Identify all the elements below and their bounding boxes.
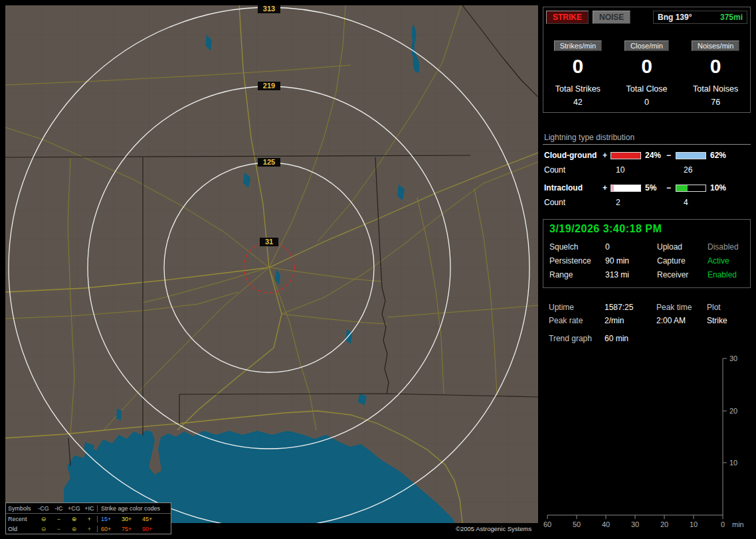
minus-sign: − bbox=[666, 183, 676, 193]
trend-graph: 30 20 10 60 50 40 30 20 10 0 min bbox=[542, 352, 753, 539]
noises-per-min-value: 0 bbox=[710, 55, 721, 78]
svg-text:20: 20 bbox=[660, 520, 668, 528]
persistence-label: Persistence bbox=[549, 256, 605, 266]
intracloud-row: Intracloud + 5% − 10% bbox=[543, 181, 751, 195]
svg-text:10: 10 bbox=[690, 520, 698, 528]
total-strikes-value: 42 bbox=[573, 98, 583, 107]
legend-col-pos-cg: +CG bbox=[66, 505, 82, 512]
range-label-125: 125 bbox=[263, 158, 275, 166]
peak-time-label: Peak time bbox=[656, 303, 707, 312]
cg-plus-percent: 24% bbox=[644, 151, 666, 160]
legend-recent-label: Recent bbox=[8, 516, 36, 522]
legend-old-label: Old bbox=[8, 526, 36, 532]
upload-label: Upload bbox=[657, 242, 708, 252]
pos-ic-icon: + bbox=[82, 526, 97, 532]
noise-button[interactable]: NOISE bbox=[593, 11, 630, 24]
storm-map[interactable]: 313 219 125 31 bbox=[5, 5, 538, 523]
svg-text:50: 50 bbox=[573, 520, 581, 528]
peak-rate-label: Peak rate bbox=[549, 316, 605, 325]
svg-text:0: 0 bbox=[721, 520, 725, 528]
age-code: 45+ bbox=[142, 516, 163, 522]
legend-age-header: Strike age color codes bbox=[97, 505, 169, 512]
intracloud-label: Intracloud bbox=[543, 183, 603, 193]
squelch-value: 0 bbox=[605, 242, 657, 252]
rate-label-row: Strikes/min Close/min Noises/min bbox=[543, 40, 750, 51]
close-per-min-value: 0 bbox=[641, 55, 652, 78]
rate-value-row: 0 0 0 bbox=[543, 55, 750, 78]
trend-axes bbox=[547, 358, 723, 515]
count-label: Count bbox=[543, 165, 603, 175]
plot-label: Plot bbox=[707, 303, 745, 312]
legend-old-ages: 60+ 75+ 90+ bbox=[97, 526, 169, 532]
svg-text:20: 20 bbox=[729, 407, 737, 415]
total-close-label: Total Close bbox=[626, 84, 668, 94]
copyright-text: ©2005 Astrogenic Systems bbox=[456, 525, 531, 532]
intracloud-count-row: Count 2 4 bbox=[543, 195, 751, 210]
range-value: 313 mi bbox=[605, 270, 657, 279]
distribution-header: Lightning type distribution bbox=[543, 133, 751, 145]
legend-symbols-header: Symbols bbox=[8, 505, 36, 512]
age-code: 60+ bbox=[101, 526, 122, 532]
cg-minus-bar bbox=[676, 152, 706, 159]
legend-header-row: Symbols -CG -IC +CG +IC Strike age color… bbox=[6, 503, 171, 514]
total-label-row: Total Strikes Total Close Total Noises bbox=[543, 84, 750, 94]
total-noises-value: 76 bbox=[711, 98, 720, 107]
counters-section: STRIKE NOISE Bng 139° 375mi Strikes/min … bbox=[543, 7, 751, 113]
cg-minus-count: 26 bbox=[669, 165, 692, 175]
cloud-ground-count-row: Count 10 26 bbox=[543, 163, 751, 177]
age-code: 90+ bbox=[142, 526, 163, 532]
capture-status: Active bbox=[708, 256, 744, 266]
noises-per-min-button[interactable]: Noises/min bbox=[692, 40, 739, 51]
strikes-per-min-value: 0 bbox=[572, 55, 583, 78]
legend-recent-row: Recent ⊖ − ⊕ + 15+ 30+ 45+ bbox=[6, 514, 171, 524]
range-label: Range bbox=[549, 270, 605, 279]
legend-recent-ages: 15+ 30+ 45+ bbox=[97, 516, 169, 522]
neg-ic-icon: − bbox=[51, 516, 66, 522]
peak-rate-value: 2/min bbox=[605, 316, 656, 325]
cg-minus-percent: 62% bbox=[709, 151, 731, 160]
plus-sign: + bbox=[603, 183, 611, 193]
age-code: 30+ bbox=[122, 516, 142, 522]
range-label-219: 219 bbox=[263, 82, 275, 90]
stats-section: Uptime 1587:25 Peak time Plot Peak rate … bbox=[543, 303, 751, 343]
legend-col-neg-cg: -CG bbox=[36, 505, 51, 512]
range-label-31: 31 bbox=[265, 238, 273, 246]
cg-plus-count: 10 bbox=[603, 165, 669, 175]
uptime-value: 1587:25 bbox=[605, 303, 656, 312]
neg-ic-icon: − bbox=[51, 526, 66, 532]
bearing-distance: 375mi bbox=[720, 13, 743, 22]
map-legend: Symbols -CG -IC +CG +IC Strike age color… bbox=[5, 502, 171, 534]
status-fields: Squelch 0 Upload Disabled Persistence 90… bbox=[549, 242, 744, 279]
trend-graph-row: Trend graph 60 min bbox=[549, 334, 745, 343]
side-panel: STRIKE NOISE Bng 139° 375mi Strikes/min … bbox=[542, 0, 753, 539]
total-close-value: 0 bbox=[644, 98, 649, 107]
minus-sign: − bbox=[666, 151, 676, 160]
ic-plus-count: 2 bbox=[603, 198, 669, 207]
trend-graph-value: 60 min bbox=[605, 334, 628, 343]
uptime-label: Uptime bbox=[549, 303, 605, 312]
strike-button[interactable]: STRIKE bbox=[546, 11, 589, 24]
range-label-313: 313 bbox=[263, 5, 275, 13]
legend-col-neg-ic: -IC bbox=[51, 505, 66, 512]
legend-col-pos-ic: +IC bbox=[82, 505, 97, 512]
capture-label: Capture bbox=[657, 256, 708, 266]
bearing-display: Bng 139° 375mi bbox=[653, 11, 747, 24]
pos-cg-icon: ⊕ bbox=[66, 526, 82, 532]
svg-text:40: 40 bbox=[602, 520, 610, 528]
plot-value: Strike bbox=[707, 316, 745, 325]
cloud-ground-label: Cloud-ground bbox=[543, 151, 603, 160]
status-section: 3/19/2026 3:40:18 PM Squelch 0 Upload Di… bbox=[543, 219, 751, 288]
plus-sign: + bbox=[603, 151, 611, 160]
close-per-min-button[interactable]: Close/min bbox=[624, 40, 669, 51]
strikes-per-min-button[interactable]: Strikes/min bbox=[554, 40, 602, 51]
age-code: 15+ bbox=[101, 516, 122, 522]
receiver-label: Receiver bbox=[657, 270, 708, 279]
svg-text:30: 30 bbox=[729, 354, 737, 362]
ic-plus-bar bbox=[611, 185, 641, 192]
svg-text:30: 30 bbox=[631, 520, 639, 528]
neg-cg-icon: ⊖ bbox=[36, 526, 51, 532]
total-noises-label: Total Noises bbox=[693, 84, 738, 94]
ic-minus-bar bbox=[676, 185, 706, 192]
svg-text:60: 60 bbox=[543, 520, 551, 528]
svg-text:min: min bbox=[732, 520, 744, 528]
